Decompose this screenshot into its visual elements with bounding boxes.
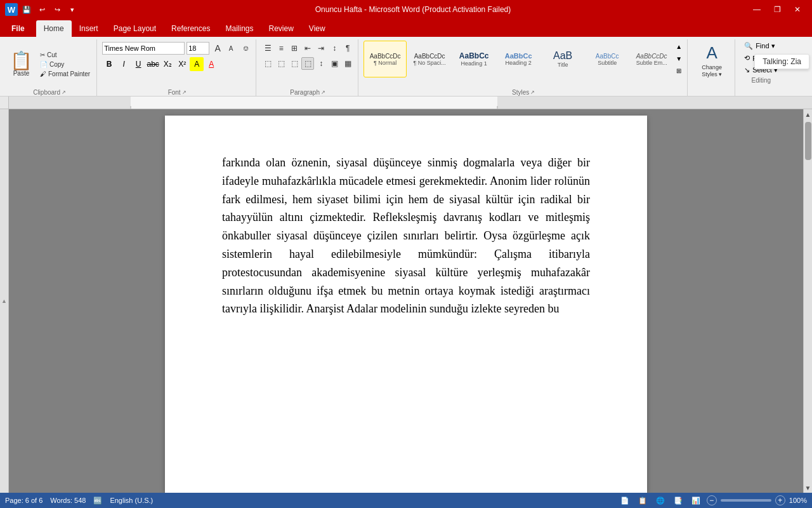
style-title-preview: AaB — [553, 50, 572, 62]
bold-btn[interactable]: B — [102, 57, 116, 71]
restore-btn[interactable]: ❐ — [768, 3, 787, 16]
tab-view[interactable]: View — [301, 20, 333, 37]
change-styles-button[interactable]: A ChangeStyles ▾ — [693, 41, 731, 81]
show-hide-btn[interactable]: ¶ — [341, 42, 354, 55]
increase-font-btn[interactable]: A — [211, 42, 224, 55]
text-highlight-btn[interactable]: A — [190, 57, 204, 71]
draft-btn[interactable]: 📊 — [689, 495, 703, 506]
print-layout-btn[interactable]: 📄 — [618, 495, 632, 506]
clipboard-group: 📋 Paste ✂ Cut 📄 Copy 🖌 Format Painter — [3, 39, 97, 96]
zoom-out-btn[interactable]: − — [707, 495, 717, 505]
left-ruler-top-btn[interactable]: ▲ — [1, 298, 7, 304]
decrease-font-btn[interactable]: A — [225, 42, 237, 55]
clipboard-label: Clipboard ↗ — [33, 89, 66, 96]
cut-button[interactable]: ✂ Cut — [37, 51, 93, 59]
clear-format-btn[interactable]: ⎊ — [239, 42, 252, 55]
styles-scroll-down[interactable]: ▼ — [674, 53, 683, 64]
subscript-btn[interactable]: X₂ — [160, 57, 174, 71]
strikethrough-btn[interactable]: abc — [146, 57, 160, 71]
clipboard-expander[interactable]: ↗ — [62, 90, 66, 95]
tab-page-layout[interactable]: Page Layout — [106, 20, 164, 37]
decrease-indent-btn[interactable]: ⇤ — [301, 42, 314, 55]
left-margin-bar: ▲ — [0, 109, 9, 493]
vertical-scrollbar[interactable]: ▲ ▼ — [803, 109, 812, 493]
ruler-area — [0, 97, 812, 109]
style-title[interactable]: AaB Title — [541, 41, 584, 77]
undo-btn[interactable]: ↩ — [36, 3, 48, 16]
format-painter-button[interactable]: 🖌 Format Painter — [37, 70, 93, 78]
zoom-in-btn[interactable]: + — [775, 495, 785, 505]
language-status[interactable]: English (U.S.) — [110, 497, 153, 504]
superscript-btn[interactable]: X² — [175, 57, 189, 71]
customize-qat-btn[interactable]: ▾ — [66, 3, 79, 16]
tab-references[interactable]: References — [164, 20, 218, 37]
font-size-input[interactable] — [187, 42, 209, 55]
align-left-btn[interactable]: ⬚ — [261, 57, 274, 70]
font-format-row: B I U abc X₂ X² A A — [102, 57, 252, 71]
copy-button[interactable]: 📄 Copy — [37, 60, 93, 69]
close-btn[interactable]: ✕ — [788, 3, 807, 16]
styles-expand[interactable]: ⊞ — [674, 65, 683, 76]
numbering-btn[interactable]: ≡ — [275, 42, 287, 55]
tab-insert[interactable]: Insert — [72, 20, 106, 37]
line-spacing-btn[interactable]: ↕ — [315, 57, 327, 70]
shading-btn[interactable]: ▣ — [328, 57, 341, 70]
outline-btn[interactable]: 📑 — [671, 495, 685, 506]
minimize-btn[interactable]: — — [747, 3, 766, 16]
document-scroll-area[interactable]: farkında olan öznenin, siyasal düşünceye… — [9, 109, 803, 493]
style-no-spacing-preview: AaBbCcDc — [414, 53, 445, 60]
style-subtitle[interactable]: AaBbCc Subtitle — [586, 41, 629, 77]
font-name-row: A A ⎊ — [102, 42, 252, 55]
border-btn[interactable]: ▦ — [341, 57, 354, 70]
paragraph-expander[interactable]: ↗ — [321, 90, 325, 95]
ribbon: 📋 Paste ✂ Cut 📄 Copy 🖌 Format Painter — [0, 37, 812, 97]
zoom-slider[interactable] — [721, 499, 771, 502]
style-subtle-em[interactable]: AaBbCcDc Subtle Em... — [630, 41, 673, 77]
paragraph-label: Paragraph ↗ — [290, 89, 325, 96]
page-content: farkında olan öznenin, siyasal düşünceye… — [222, 154, 590, 318]
align-center-btn[interactable]: ⬚ — [275, 57, 287, 70]
tab-home[interactable]: Home — [36, 20, 72, 37]
styles-expander[interactable]: ↗ — [530, 90, 535, 95]
multilevel-list-btn[interactable]: ⊞ — [288, 42, 301, 55]
italic-btn[interactable]: I — [117, 57, 131, 71]
underline-btn[interactable]: U — [131, 57, 145, 71]
tab-review[interactable]: Review — [261, 20, 301, 37]
scroll-up-btn[interactable]: ▲ — [804, 109, 813, 119]
zoom-level[interactable]: 100% — [789, 497, 807, 504]
increase-indent-btn[interactable]: ⇥ — [315, 42, 327, 55]
styles-scroll-up[interactable]: ▲ — [674, 41, 683, 52]
web-layout-btn[interactable]: 🌐 — [653, 495, 667, 506]
format-painter-icon: 🖌 — [40, 70, 46, 77]
full-reading-btn[interactable]: 📋 — [636, 495, 650, 506]
style-no-spacing[interactable]: AaBbCcDc ¶ No Spaci... — [408, 41, 451, 77]
styles-scroll-buttons: ▲ ▼ ⊞ — [674, 41, 683, 76]
style-normal[interactable]: AaBbCcDc ¶ Normal — [363, 41, 407, 77]
spell-check-icon[interactable]: 🔤 — [93, 497, 102, 505]
paste-button[interactable]: 📋 Paste — [6, 51, 36, 78]
align-right-btn[interactable]: ⬚ — [288, 57, 301, 70]
style-heading2[interactable]: AaBbCc Heading 2 — [497, 41, 540, 77]
font-name-input[interactable] — [102, 42, 185, 55]
tab-mailings[interactable]: Mailings — [218, 20, 261, 37]
change-styles-icon: A — [706, 43, 717, 63]
style-heading1[interactable]: AaBbCc Heading 1 — [452, 41, 495, 77]
svg-rect-1 — [9, 97, 131, 109]
scroll-down-btn[interactable]: ▼ — [804, 483, 813, 493]
font-expander[interactable]: ↗ — [182, 90, 187, 95]
style-subtitle-preview: AaBbCc — [596, 53, 619, 60]
cut-icon: ✂ — [40, 51, 45, 58]
sort-btn[interactable]: ↕ — [328, 42, 341, 55]
list-buttons-row: ☰ ≡ ⊞ ⇤ ⇥ ↕ ¶ — [261, 42, 354, 55]
page-status: Page: 6 of 6 — [5, 497, 43, 504]
style-subtle-em-label: Subtle Em... — [636, 60, 667, 66]
find-button[interactable]: 🔍 Find ▾ — [740, 41, 782, 51]
tab-file[interactable]: File — [3, 20, 34, 37]
scroll-thumb[interactable] — [805, 122, 811, 160]
quick-save-btn[interactable]: 💾 — [20, 3, 33, 16]
redo-btn[interactable]: ↪ — [51, 3, 63, 16]
style-title-label: Title — [558, 62, 568, 68]
justify-btn[interactable]: ⬚ — [301, 57, 314, 70]
font-color-btn[interactable]: A — [204, 57, 218, 71]
bullets-btn[interactable]: ☰ — [261, 42, 274, 55]
